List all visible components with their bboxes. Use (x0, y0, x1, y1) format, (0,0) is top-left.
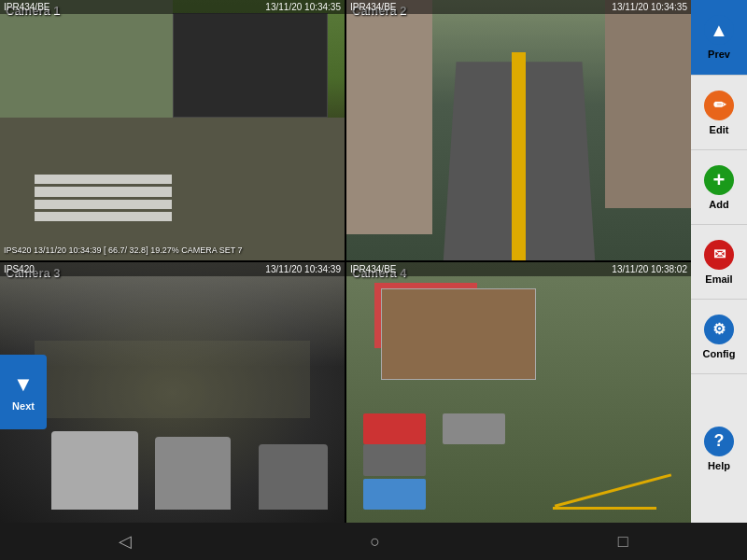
add-icon: + (704, 165, 734, 195)
help-button[interactable]: ? Help (691, 373, 747, 523)
cam1-header: IPR434/BE 13/11/20 10:34:35 (0, 0, 345, 14)
main-container: IPR434/BE 13/11/20 10:34:35 Camera 1 IPS… (0, 0, 747, 523)
email-icon: ✉ (704, 240, 734, 270)
add-button[interactable]: + Add (691, 149, 747, 224)
cam3-timestamp: 13/11/20 10:34:39 (265, 264, 341, 274)
camera-cell-1[interactable]: IPR434/BE 13/11/20 10:34:35 Camera 1 IPS… (0, 0, 345, 260)
add-label: Add (709, 199, 728, 210)
prev-label: Prev (708, 49, 730, 60)
edit-button[interactable]: ✏ Edit (691, 75, 747, 149)
cam3-device: IPS420 (4, 264, 35, 274)
next-label: Next (12, 400, 35, 412)
next-arrow-icon: ▼ (13, 372, 34, 397)
email-label: Email (705, 273, 732, 285)
recents-button[interactable]: □ (599, 528, 647, 555)
cam3-header: IPS420 13/11/20 10:34:39 (0, 262, 345, 276)
cam4-header: IPR434/BE 13/11/20 10:38:02 (346, 262, 691, 276)
camera-grid: IPR434/BE 13/11/20 10:34:35 Camera 1 IPS… (0, 0, 691, 523)
cam4-timestamp: 13/11/20 10:38:02 (612, 264, 687, 274)
cam1-device: IPR434/BE (4, 2, 49, 12)
edit-label: Edit (710, 124, 729, 135)
edit-icon: ✏ (704, 91, 734, 120)
help-label: Help (708, 460, 730, 471)
cam1-timestamp: 13/11/20 10:34:35 (265, 2, 341, 12)
cam2-device: IPR434/BE (350, 2, 396, 12)
config-icon: ⚙ (704, 315, 734, 344)
camera-cell-3[interactable]: IPS420 13/11/20 10:34:39 Camera 3 (0, 262, 345, 523)
prev-button[interactable]: ▲ Prev (691, 0, 747, 75)
config-label: Config (703, 348, 736, 359)
android-nav-bar: ◁ ○ □ (0, 523, 747, 560)
camera-cell-2[interactable]: IPR434/BE 13/11/20 10:34:35 Camera 2 (346, 0, 691, 260)
email-button[interactable]: ✉ Email (691, 224, 747, 299)
config-button[interactable]: ⚙ Config (691, 299, 747, 373)
next-button[interactable]: ▼ Next (0, 355, 47, 429)
help-icon: ? (704, 427, 734, 456)
cam4-device: IPR434/BE (350, 264, 396, 274)
prev-icon: ▲ (704, 15, 734, 45)
cam1-info: IPS420 13/11/20 10:34:39 [ 66.7/ 32.8] 1… (4, 245, 243, 257)
back-button[interactable]: ◁ (100, 527, 150, 555)
right-sidebar: ▲ Prev ✏ Edit + Add ✉ Email ⚙ Config ? H… (691, 0, 747, 523)
cam2-timestamp: 13/11/20 10:34:35 (612, 2, 687, 12)
home-button[interactable]: ○ (351, 528, 399, 555)
camera-cell-4[interactable]: IPR434/BE 13/11/20 10:38:02 Camera 4 (346, 262, 691, 523)
cam2-header: IPR434/BE 13/11/20 10:34:35 (346, 0, 691, 14)
